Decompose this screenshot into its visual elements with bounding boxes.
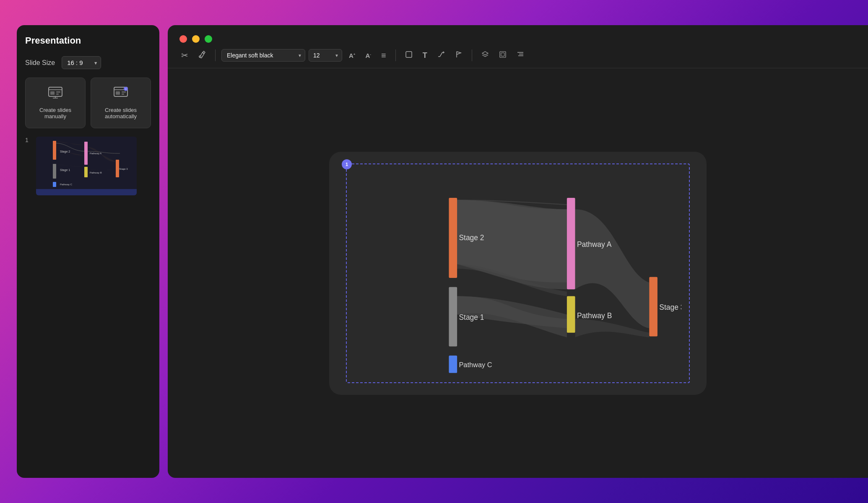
pathwayA-node (567, 198, 575, 289)
svg-text:Stage 1: Stage 1 (60, 169, 70, 172)
toolbar-divider-1 (215, 49, 216, 61)
svg-rect-3 (56, 91, 60, 93)
svg-rect-17 (53, 182, 56, 187)
slide-thumbnail[interactable]: Stage 2 Stage 1 Pathway C Pathway A Path… (36, 137, 137, 195)
svg-rect-20 (116, 160, 119, 177)
slide-size-label: Slide Size (25, 59, 55, 67)
svg-rect-19 (84, 167, 88, 177)
svg-rect-29 (406, 52, 412, 57)
stage2-label: Stage 2 (459, 233, 484, 242)
pathwayB-label: Pathway B (577, 311, 612, 319)
pathwayB-node (567, 296, 575, 332)
svg-rect-9 (116, 91, 120, 95)
svg-text:Stage 3: Stage 3 (119, 168, 128, 170)
font-select[interactable]: Elegant soft black (221, 49, 305, 62)
create-slides-automatically-label: Create slides automatically (96, 107, 146, 119)
slide-size-wrapper: 16 : 9 4 : 3 A4 Custom ▼ (62, 56, 101, 69)
font-select-wrapper: Elegant soft black ▼ (221, 49, 305, 62)
svg-rect-10 (122, 91, 126, 93)
stage1-label: Stage 1 (459, 313, 484, 322)
svg-text:Pathway A: Pathway A (90, 152, 101, 155)
panel-title: Presentation (25, 35, 151, 46)
slide-canvas[interactable]: 1 (329, 152, 707, 395)
frame-button[interactable] (496, 49, 510, 62)
svg-rect-16 (53, 164, 56, 179)
sankey-container: Stage 2 Stage 1 Pathway C Pathway A Path… (363, 173, 681, 374)
slide-size-row: Slide Size 16 : 9 4 : 3 A4 Custom ▼ (25, 56, 151, 69)
svg-rect-31 (501, 53, 504, 56)
paint-button[interactable] (195, 49, 209, 62)
svg-rect-15 (53, 141, 56, 160)
traffic-lights (168, 25, 868, 43)
svg-text:Pathway C: Pathway C (60, 183, 73, 186)
pathwayC-label: Pathway C (459, 360, 492, 368)
traffic-light-red[interactable] (179, 35, 187, 43)
svg-rect-18 (84, 142, 88, 165)
create-slides-automatically-button[interactable]: + Create slides automatically (91, 78, 151, 128)
create-slides-manually-label: Create slides manually (31, 107, 80, 119)
pathwayA-label: Pathway A (577, 240, 612, 248)
layers-button[interactable] (478, 49, 492, 62)
slide-thumbnail-area: 1 (25, 137, 151, 195)
create-buttons-row: Create slides manually + Create slides a… (25, 78, 151, 128)
traffic-light-yellow[interactable] (192, 35, 200, 43)
align-button[interactable]: ≡ (378, 49, 390, 62)
connector-button[interactable] (434, 49, 448, 62)
stage2-node (449, 198, 457, 278)
font-shrink-button[interactable]: A- (362, 50, 375, 61)
svg-text:Pathway B: Pathway B (90, 171, 102, 174)
svg-rect-27 (36, 189, 137, 195)
canvas-area: 1 (168, 68, 868, 478)
main-area: ✂ Elegant soft black ▼ 12 891011 1416182… (168, 25, 868, 478)
font-grow-button[interactable]: A+ (346, 50, 359, 61)
toolbar-divider-3 (472, 49, 472, 61)
align-right-button[interactable] (513, 49, 528, 62)
selection-handle-number: 1 (346, 162, 348, 167)
svg-text:Stage 2: Stage 2 (60, 150, 70, 153)
flag-button[interactable] (452, 49, 466, 62)
svg-rect-30 (500, 52, 506, 57)
stage1-node (449, 287, 457, 346)
slide-number: 1 (25, 137, 32, 143)
slides-manual-icon (48, 86, 63, 102)
cut-button[interactable]: ✂ (178, 49, 192, 62)
pathwayC-node (449, 355, 457, 373)
stage3-label: Stage 3 (659, 303, 681, 311)
slides-auto-icon: + (113, 86, 128, 102)
font-size-wrapper: 12 891011 14161820 2428 ▼ (309, 49, 342, 62)
traffic-light-green[interactable] (205, 35, 212, 43)
thumb-sankey-diagram: Stage 2 Stage 1 Pathway C Pathway A Path… (36, 137, 137, 195)
left-panel: Presentation Slide Size 16 : 9 4 : 3 A4 … (17, 25, 159, 478)
slide-thumb-item: 1 (25, 137, 151, 195)
svg-text:+: + (125, 88, 127, 91)
sankey-diagram: Stage 2 Stage 1 Pathway C Pathway A Path… (363, 173, 681, 374)
svg-rect-4 (56, 93, 59, 95)
svg-rect-11 (122, 93, 124, 95)
toolbar: ✂ Elegant soft black ▼ 12 891011 1416182… (168, 43, 868, 68)
create-slides-manually-button[interactable]: Create slides manually (25, 78, 86, 128)
font-size-select[interactable]: 12 891011 14161820 2428 (309, 49, 342, 62)
slide-size-select[interactable]: 16 : 9 4 : 3 A4 Custom (62, 56, 101, 69)
stage3-node (649, 277, 657, 336)
svg-rect-2 (50, 91, 55, 95)
text-button[interactable]: T (419, 49, 431, 62)
toolbar-divider-2 (395, 49, 396, 61)
selection-handle: 1 (342, 159, 352, 169)
rect-button[interactable] (402, 49, 416, 62)
